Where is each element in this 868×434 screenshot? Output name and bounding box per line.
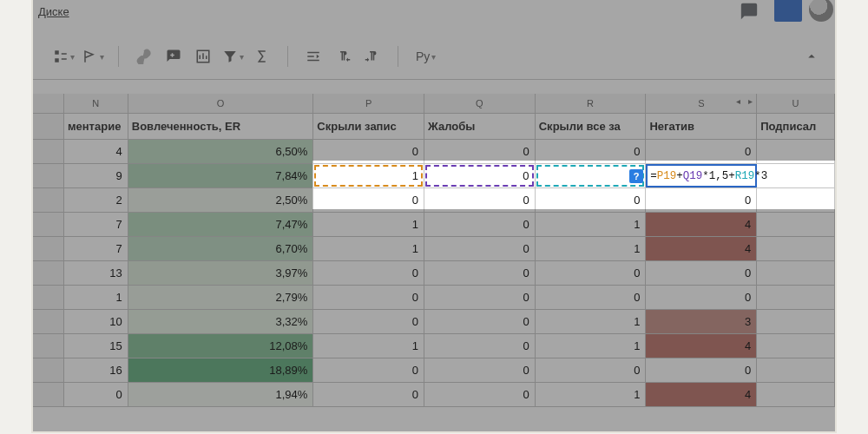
cell-N[interactable]: 13 [64,261,128,285]
sigma-icon[interactable] [251,45,273,68]
cell-P[interactable]: 1 [313,213,424,236]
cell-N[interactable]: 0 [64,383,128,406]
row-header[interactable] [33,383,64,406]
cell-P[interactable]: 0 [313,383,424,406]
cell-Q[interactable]: 0 [424,140,536,163]
cell-N[interactable]: 16 [64,358,128,382]
collapse-toolbar-icon[interactable] [800,45,823,68]
formula-hint-icon[interactable]: ? [629,169,643,183]
cell-P[interactable]: 0 [313,286,424,309]
cell-N[interactable]: 15 [64,334,128,358]
share-button[interactable] [774,0,802,22]
cell-S[interactable]: 4 [646,213,757,236]
cell-N[interactable]: 7 [64,213,128,236]
cell-R[interactable]: 0 [536,188,647,212]
row-header[interactable] [33,237,64,260]
row-header[interactable] [33,261,64,285]
cell-O[interactable]: 7,47% [128,213,314,236]
cell-N[interactable]: 1 [64,286,128,309]
cell-R[interactable]: 1 [536,237,647,260]
cell-O[interactable]: 6,70% [128,237,314,260]
cell-U[interactable] [757,237,835,260]
cell-U[interactable] [757,164,835,187]
cell-U[interactable] [757,286,835,309]
column-header-U[interactable]: U [757,94,835,113]
cell-Q[interactable]: 0 [424,237,536,260]
column-header-P[interactable]: P [313,94,424,113]
cell-O[interactable]: 2,79% [128,286,314,309]
insert-row-icon[interactable]: ▾ [52,45,75,68]
cell-R[interactable]: 0 [536,286,647,309]
cell-S[interactable]: 0 [646,358,757,382]
row-header[interactable] [33,188,64,212]
column-header-O[interactable]: O [128,94,314,113]
cell-Q[interactable]: 0 [424,164,536,187]
cell-Q[interactable]: 0 [424,286,536,309]
active-formula-cell[interactable]: =P19+Q19*1,5+R19*3 [646,164,757,187]
column-header-N[interactable]: N [64,94,128,113]
cell-Q[interactable]: 0 [424,334,536,358]
cell-S[interactable]: 0 [646,140,757,163]
cell-Q[interactable]: 0 [424,188,536,212]
cell-O[interactable]: 7,84% [128,164,313,187]
cell-U[interactable] [757,310,835,333]
cell-Q[interactable]: 0 [424,310,536,333]
row-header[interactable] [33,140,64,163]
drive-link[interactable]: Диске [38,5,69,18]
cell-N[interactable]: 2 [64,188,128,212]
cell-O[interactable]: 6,50% [128,140,314,163]
row-header[interactable] [33,164,64,187]
cell-O[interactable]: 3,97% [128,261,314,285]
cell-S[interactable]: 0 [646,188,757,212]
cell-P[interactable]: 0 [313,310,424,333]
cell-Q[interactable]: 0 [424,358,536,382]
cell-R[interactable]: 0 [536,261,647,285]
add-comment-icon[interactable] [162,45,185,68]
cell-U[interactable] [757,334,835,358]
cell-P[interactable]: 0 [313,188,424,212]
cell-R[interactable]: 1 [536,334,647,358]
cell-U[interactable] [757,188,835,212]
column-header-R[interactable]: R [536,94,647,113]
wrap-overflow-icon[interactable] [302,45,325,68]
cell-Q[interactable]: 0 [424,213,536,236]
rtl-icon[interactable] [361,45,384,68]
cell-S[interactable]: 4 [646,334,757,358]
cell-R[interactable]: 1 [536,310,647,333]
cell-N[interactable]: 4 [64,140,128,163]
cell-U[interactable] [757,261,835,285]
link-icon[interactable] [133,45,155,68]
row-header[interactable] [33,310,64,333]
cell-U[interactable] [757,383,835,406]
cell-U[interactable] [757,213,835,236]
cell-R[interactable]: ? [536,164,647,187]
cell-N[interactable]: 10 [64,310,128,333]
row-header[interactable] [33,286,64,309]
cell-U[interactable] [757,358,835,382]
cell-P[interactable]: 0 [313,358,424,382]
cell-O[interactable]: 3,32% [128,310,314,333]
row-header[interactable] [33,213,64,236]
ltr-icon[interactable] [332,45,354,68]
cell-P[interactable]: 1 [313,164,424,187]
avatar[interactable] [809,0,833,22]
cell-R[interactable]: 1 [536,383,647,406]
cell-S[interactable]: 3 [646,310,757,333]
cell-R[interactable]: 0 [536,358,647,382]
cell-U[interactable] [757,140,835,163]
cell-P[interactable]: 0 [313,140,424,163]
cell-Q[interactable]: 0 [424,383,536,406]
column-header-Q[interactable]: Q [424,94,536,113]
cell-R[interactable]: 1 [536,213,647,236]
cell-O[interactable]: 18,89% [128,358,314,382]
cell-P[interactable]: 1 [313,237,424,260]
cell-S[interactable]: 4 [646,237,757,260]
comment-icon[interactable] [740,2,759,21]
spreadsheet[interactable]: NOPQRS◂▸U ментариеВовлеченность, ERСкрыл… [33,94,835,431]
column-header-S[interactable]: S◂▸ [646,94,757,113]
cell-R[interactable]: 0 [536,140,647,163]
cell-Q[interactable]: 0 [424,261,536,285]
cell-P[interactable]: 1 [313,334,424,358]
cell-O[interactable]: 2,50% [128,188,314,212]
cell-N[interactable]: 9 [64,164,128,187]
